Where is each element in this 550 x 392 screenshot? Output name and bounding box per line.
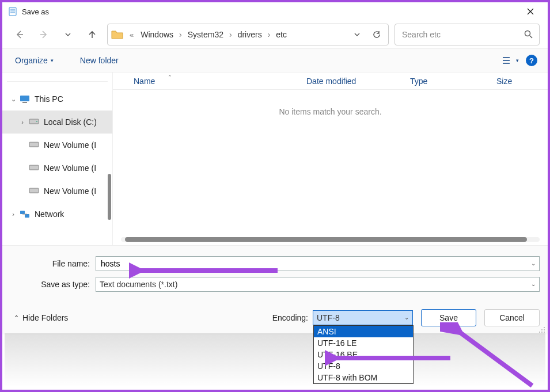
hide-folders-button[interactable]: ⌃ Hide Folders	[10, 310, 71, 326]
svg-point-23	[544, 329, 545, 330]
up-button[interactable]	[83, 25, 101, 44]
column-headers[interactable]: Name ⌃ Date modified Type Size	[113, 73, 548, 90]
svg-point-22	[541, 329, 543, 330]
svg-rect-11	[20, 96, 29, 101]
tree-item-network[interactable]: › Network	[2, 203, 112, 226]
encoding-dropdown[interactable]: ANSI UTF-16 LE UTF-16 BE UTF-8 UTF-8 wit…	[313, 325, 414, 384]
column-type[interactable]: Type	[410, 77, 496, 86]
svg-point-24	[539, 332, 540, 333]
disk-icon	[29, 140, 39, 150]
chevron-down-icon[interactable]: ▾	[516, 58, 519, 63]
chevron-down-icon[interactable]: ⌄	[9, 96, 17, 103]
disk-icon	[29, 117, 39, 127]
encoding-option[interactable]: UTF-16 LE	[314, 337, 413, 349]
new-folder-button[interactable]: New folder	[75, 52, 123, 68]
network-icon	[20, 210, 30, 219]
chevron-right-icon: ›	[267, 30, 272, 39]
chevron-down-icon: ▾	[51, 58, 54, 63]
disk-icon	[29, 163, 39, 173]
encoding-select[interactable]: UTF-8 ⌄ ANSI UTF-16 LE UTF-16 BE UTF-8 U…	[313, 310, 413, 325]
view-options-button[interactable]	[499, 52, 515, 68]
column-date[interactable]: Date modified	[306, 77, 410, 86]
address-bar[interactable]: « Windows › System32 › drivers › etc	[107, 24, 389, 45]
empty-message: No items match your search.	[113, 107, 548, 116]
svg-rect-19	[25, 214, 29, 218]
folder-icon	[111, 29, 124, 40]
svg-rect-17	[29, 188, 39, 193]
encoding-option[interactable]: UTF-8 with BOM	[314, 372, 413, 383]
address-dropdown-button[interactable]	[349, 26, 365, 43]
breadcrumb-segment[interactable]: etc	[272, 28, 290, 41]
svg-rect-0	[9, 7, 16, 16]
refresh-button[interactable]	[369, 26, 385, 43]
navigation-tree[interactable]: ⌄ This PC › Local Disk (C:) New Volume (…	[2, 73, 113, 245]
encoding-option[interactable]: ANSI	[314, 326, 413, 337]
breadcrumb-segment[interactable]: drivers	[234, 28, 265, 41]
encoding-option[interactable]: UTF-8	[314, 360, 413, 372]
tree-item-volume[interactable]: New Volume (I	[2, 180, 112, 203]
horizontal-scrollbar[interactable]	[121, 237, 540, 242]
breadcrumb-overflow[interactable]: «	[127, 31, 136, 39]
svg-point-6	[525, 31, 530, 36]
svg-point-14	[36, 121, 37, 122]
save-button[interactable]: Save	[421, 309, 476, 326]
saveas-type-field[interactable]: Text documents (*.txt) ⌄	[96, 277, 540, 292]
column-name[interactable]: Name	[134, 77, 155, 86]
chevron-down-icon: ⌄	[404, 314, 409, 321]
filename-dropdown-button[interactable]: ⌄	[531, 260, 536, 267]
encoding-option[interactable]: UTF-16 BE	[314, 349, 413, 360]
svg-rect-18	[20, 211, 25, 214]
cancel-button[interactable]: Cancel	[484, 309, 540, 326]
chevron-right-icon: ›	[228, 30, 233, 39]
disk-icon	[29, 187, 39, 196]
saveas-type-value: Text documents (*.txt)	[100, 280, 177, 289]
resize-grip[interactable]	[537, 325, 545, 333]
tree-item-this-pc[interactable]: ⌄ This PC	[2, 87, 112, 111]
search-box[interactable]	[395, 24, 540, 45]
forward-button[interactable]	[35, 25, 53, 44]
tree-item-volume[interactable]: New Volume (I	[2, 134, 112, 157]
search-input[interactable]	[401, 29, 524, 40]
saveas-label: Save as type:	[10, 280, 96, 289]
search-icon	[524, 30, 533, 39]
chevron-right-icon[interactable]: ›	[9, 211, 17, 218]
svg-rect-12	[22, 102, 27, 103]
breadcrumb-segment[interactable]: Windows	[137, 28, 177, 41]
filename-field[interactable]: ⌄	[96, 256, 540, 271]
svg-line-29	[457, 330, 532, 386]
tree-scrollbar[interactable]	[108, 174, 111, 220]
column-size[interactable]: Size	[496, 77, 543, 86]
chevron-up-icon: ⌃	[14, 314, 19, 322]
notepad-icon	[8, 7, 17, 16]
breadcrumb-segment[interactable]: System32	[184, 28, 227, 41]
svg-line-7	[530, 36, 532, 38]
chevron-right-icon: ›	[178, 30, 183, 39]
file-list-pane: Name ⌃ Date modified Type Size No items …	[113, 73, 548, 245]
sort-indicator-icon: ⌃	[168, 74, 172, 80]
filename-label: File name:	[10, 259, 96, 268]
svg-point-21	[544, 327, 545, 328]
window-title: Save as	[22, 7, 49, 16]
chevron-right-icon[interactable]: ›	[18, 119, 26, 125]
tree-item-volume[interactable]: New Volume (I	[2, 157, 112, 180]
organize-menu[interactable]: Organize ▾	[10, 52, 58, 68]
help-button[interactable]: ?	[524, 52, 540, 68]
filename-input[interactable]	[100, 258, 536, 269]
svg-rect-15	[29, 142, 39, 147]
svg-point-25	[541, 332, 543, 333]
tree-item-local-disk[interactable]: › Local Disk (C:)	[2, 111, 112, 134]
svg-point-26	[544, 332, 545, 333]
saveas-dropdown-button[interactable]: ⌄	[531, 281, 536, 287]
encoding-label: Encoding:	[272, 313, 308, 322]
pc-icon	[20, 94, 30, 104]
close-button[interactable]	[518, 2, 543, 21]
svg-rect-16	[29, 165, 39, 170]
back-button[interactable]	[10, 25, 29, 44]
help-icon: ?	[526, 55, 537, 66]
recent-locations-button[interactable]	[59, 25, 77, 44]
